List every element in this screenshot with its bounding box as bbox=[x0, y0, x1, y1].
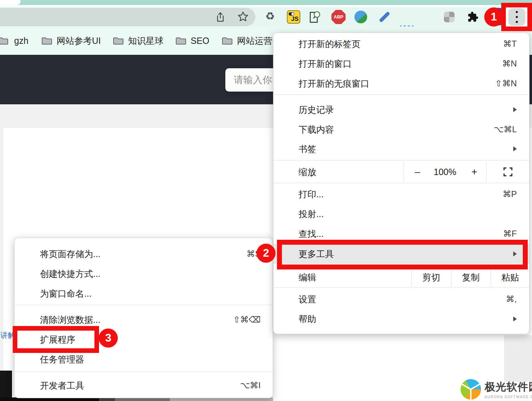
tab-strip bbox=[0, 0, 532, 5]
page-search-extension-icon[interactable] bbox=[309, 10, 320, 24]
bookmark-folder-gzh[interactable]: gzh bbox=[0, 35, 28, 47]
menu-item-bookmarks[interactable]: 书签 bbox=[273, 139, 529, 159]
zoom-out-button[interactable]: – bbox=[410, 162, 425, 182]
js-toggle-extension-icon[interactable]: JS bbox=[287, 10, 300, 24]
menu-item-new-window[interactable]: 打开新的窗口 ⌘N bbox=[273, 54, 529, 74]
annotation-box-more-tools bbox=[277, 240, 528, 269]
bookmark-label: 网站运营 bbox=[237, 35, 272, 47]
folder-icon bbox=[0, 36, 8, 45]
submenu-arrow-icon bbox=[513, 146, 517, 151]
fullscreen-icon[interactable] bbox=[503, 167, 513, 176]
annotation-step-1-badge: 1 bbox=[484, 7, 503, 27]
extensions-puzzle-icon[interactable] bbox=[467, 11, 479, 23]
toolbar-top-highlight bbox=[0, 5, 532, 7]
menu-item-cast[interactable]: 投射... bbox=[273, 204, 529, 224]
browser-window: ♻ JS ABP 16 gzh 网站参考UI 知识星球 SEO bbox=[0, 0, 532, 401]
menu-dot bbox=[516, 11, 518, 13]
menu-dot bbox=[516, 21, 518, 23]
menu-item-name-window[interactable]: 为窗口命名... bbox=[15, 284, 273, 303]
edit-paste-button[interactable]: 粘贴 bbox=[491, 267, 530, 287]
search-placeholder: 请输入你 bbox=[234, 74, 272, 86]
bookmark-folder-seo[interactable]: SEO bbox=[176, 35, 209, 47]
bookmark-label: 网站参考UI bbox=[57, 35, 101, 47]
annotation-box-extensions bbox=[13, 326, 99, 353]
active-tab-edge bbox=[0, 0, 21, 5]
js-toggle-switch bbox=[289, 12, 294, 16]
folder-icon bbox=[113, 36, 124, 45]
folder-icon bbox=[222, 36, 233, 45]
menu-item-new-tab[interactable]: 打开新的标签页 ⌘T bbox=[273, 34, 529, 54]
menu-item-save-page-as[interactable]: 将页面存储为... ⌘S bbox=[15, 244, 273, 264]
annotation-step-2-badge: 2 bbox=[256, 244, 276, 263]
bookmark-folder-yunying[interactable]: 网站运营 bbox=[222, 35, 272, 47]
menu-item-downloads[interactable]: 下载内容 ⌥⌘L bbox=[273, 120, 529, 139]
annotation-box-menu-button bbox=[501, 3, 532, 31]
bookmark-label: 知识星球 bbox=[128, 35, 163, 47]
zoom-row-divider bbox=[486, 162, 487, 182]
menu-item-help[interactable]: 帮助 bbox=[273, 309, 529, 329]
page-left-margin bbox=[0, 128, 4, 401]
menu-separator bbox=[15, 371, 273, 372]
menu-item-zoom: 缩放 bbox=[273, 162, 529, 182]
menu-dot bbox=[516, 16, 518, 18]
bookmark-label: SEO bbox=[191, 36, 209, 46]
menu-item-history[interactable]: 历史记录 bbox=[273, 100, 529, 120]
watermark-title: 极光软件园 bbox=[485, 380, 532, 394]
menu-separator bbox=[273, 183, 529, 183]
menu-separator bbox=[15, 305, 273, 305]
folder-icon bbox=[176, 36, 186, 45]
menu-separator bbox=[273, 287, 529, 288]
watermark: 极光软件园 AURORA SOFTWARE PARK bbox=[461, 378, 531, 400]
folder-icon bbox=[42, 36, 52, 45]
zoom-level-value: 100% bbox=[426, 162, 464, 182]
page-right-gray-block bbox=[504, 335, 532, 382]
menu-item-print[interactable]: 打印... ⌘P bbox=[273, 184, 529, 204]
logo-divider bbox=[470, 384, 480, 390]
bookmark-star-icon[interactable] bbox=[237, 11, 249, 22]
adblock-extension-icon[interactable]: ABP bbox=[331, 10, 346, 24]
bookmark-label: gzh bbox=[14, 36, 28, 46]
menu-separator bbox=[273, 160, 529, 161]
menu-item-create-shortcut[interactable]: 创建快捷方式... bbox=[15, 264, 273, 284]
three-dot-menu-button[interactable] bbox=[508, 8, 525, 26]
menu-item-developer-tools[interactable]: 开发者工具 ⌥⌘I bbox=[15, 376, 273, 395]
annotation-step-3-badge: 3 bbox=[99, 329, 118, 348]
edit-cut-button[interactable]: 剪切 bbox=[411, 267, 451, 287]
menu-separator bbox=[273, 94, 529, 95]
page-footer-dark-left bbox=[0, 371, 12, 401]
bookmark-folder-zsxq[interactable]: 知识星球 bbox=[113, 35, 163, 47]
zoom-row-divider bbox=[404, 162, 404, 182]
watermark-logo-icon bbox=[461, 379, 481, 400]
more-tools-submenu: 将页面存储为... ⌘S 创建快捷方式... 为窗口命名... 清除浏览数据..… bbox=[14, 238, 273, 398]
menu-item-new-incognito-window[interactable]: 打开新的无痕窗口 ⇧⌘N bbox=[273, 74, 529, 93]
globe-extension-icon[interactable] bbox=[354, 11, 367, 23]
grid-extension-icon[interactable] bbox=[444, 12, 455, 22]
submenu-arrow-icon bbox=[513, 316, 517, 321]
share-icon[interactable] bbox=[216, 12, 225, 22]
edit-copy-button[interactable]: 复制 bbox=[451, 267, 491, 287]
menu-item-settings[interactable]: 设置 ⌘, bbox=[273, 289, 529, 309]
logo-divider bbox=[470, 389, 472, 400]
watermark-subtitle: AURORA SOFTWARE PARK bbox=[485, 395, 532, 399]
submenu-arrow-icon bbox=[513, 107, 517, 112]
logo-divider bbox=[462, 384, 471, 390]
chrome-main-menu: 打开新的标签页 ⌘T 打开新的窗口 ⌘N 打开新的无痕窗口 ⇧⌘N 历史记录 下… bbox=[273, 33, 530, 334]
js-label: JS bbox=[291, 16, 299, 23]
bookmark-folder-ui[interactable]: 网站参考UI bbox=[42, 35, 101, 47]
recycle-extension-icon[interactable]: ♻ bbox=[265, 9, 275, 23]
zoom-in-button[interactable]: + bbox=[467, 162, 482, 182]
